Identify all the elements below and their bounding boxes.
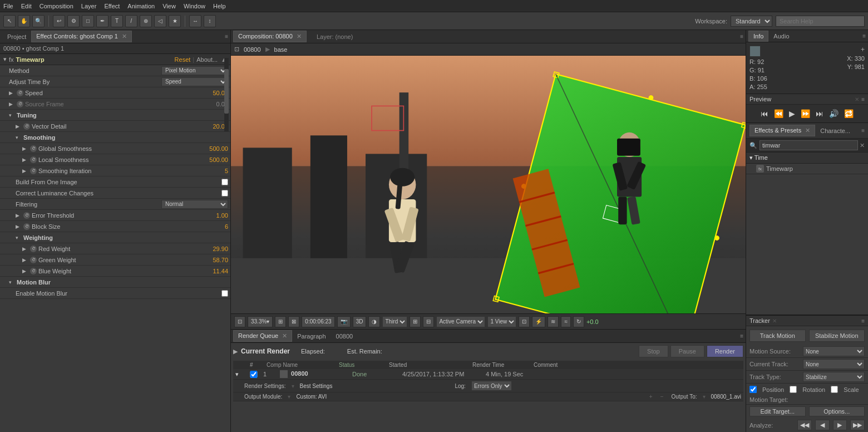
render-settings-val[interactable]: Best Settings bbox=[300, 383, 333, 389]
analyze-back-button[interactable]: ◀◀ bbox=[797, 420, 812, 430]
enable-motion-blur-checkbox[interactable] bbox=[221, 290, 228, 297]
tab-paragraph[interactable]: Paragraph bbox=[292, 331, 331, 342]
vt-size[interactable]: ⊠ bbox=[288, 316, 299, 327]
tab-effect-controls-close[interactable]: ✕ bbox=[122, 33, 127, 40]
tab-menu-icon[interactable]: ≡ bbox=[225, 33, 228, 40]
blue-weight-stopwatch[interactable]: ⏱ bbox=[30, 268, 37, 274]
local-smoothness-arrow[interactable]: ▶ bbox=[22, 157, 28, 163]
source-frame-stopwatch[interactable]: ⏱ bbox=[17, 101, 23, 107]
block-size-value[interactable]: 6 bbox=[200, 223, 228, 230]
source-frame-arrow[interactable]: ▶ bbox=[9, 101, 14, 107]
analyze-step-back-button[interactable]: ◀ bbox=[815, 420, 830, 430]
row-expand-arrow[interactable]: ▾ bbox=[235, 371, 244, 378]
breadcrumb-root[interactable]: 00800 bbox=[244, 46, 261, 53]
tool-select[interactable]: ↖ bbox=[3, 15, 16, 27]
tuning-arrow[interactable]: ▾ bbox=[9, 112, 14, 118]
green-weight-stopwatch[interactable]: ⏱ bbox=[30, 257, 37, 263]
global-smoothness-stopwatch[interactable]: ⏱ bbox=[30, 145, 37, 152]
smoothing-iteration-arrow[interactable]: ▶ bbox=[22, 168, 28, 174]
green-weight-value[interactable]: 58.70 bbox=[200, 257, 228, 263]
tool-render-settings[interactable]: ⚙ bbox=[67, 15, 80, 27]
menu-composition[interactable]: Composition bbox=[40, 3, 73, 9]
effects-presets-menu[interactable]: ≡ bbox=[861, 127, 865, 134]
comp-menu-icon[interactable]: ≡ bbox=[740, 33, 743, 40]
info-tab-menu[interactable]: ≡ bbox=[862, 33, 866, 39]
motion-source-select[interactable]: None bbox=[803, 346, 865, 356]
block-size-stopwatch[interactable]: ⏱ bbox=[23, 223, 30, 230]
vt-grid[interactable]: ⊞ bbox=[410, 316, 421, 327]
global-smoothness-arrow[interactable]: ▶ bbox=[22, 146, 28, 151]
local-smoothness-stopwatch[interactable]: ⏱ bbox=[30, 156, 37, 163]
edit-target-button[interactable]: Edit Target... bbox=[749, 406, 806, 416]
error-threshold-arrow[interactable]: ▶ bbox=[16, 213, 21, 218]
blue-weight-arrow[interactable]: ▶ bbox=[22, 268, 28, 274]
preview-prev-frame[interactable]: ⏪ bbox=[773, 108, 785, 119]
effect-controls-scroll[interactable]: ▾ fx Timewarp Reset | About... ▲ Method … bbox=[0, 54, 230, 432]
tracker-menu-icon[interactable]: ≡ bbox=[861, 318, 865, 324]
options-button[interactable]: Options... bbox=[809, 406, 865, 416]
tab-composition[interactable]: Composition: 00800 ✕ bbox=[233, 31, 307, 42]
tool-pen[interactable]: ✒ bbox=[96, 15, 108, 27]
scale-checkbox[interactable] bbox=[831, 386, 838, 393]
vt-fast[interactable]: ⚡ bbox=[532, 316, 545, 327]
vt-live-update[interactable]: ↻ bbox=[573, 316, 584, 327]
workspace-select[interactable]: Standard bbox=[731, 16, 772, 27]
output-module-arrow[interactable]: ▾ bbox=[288, 394, 290, 400]
red-weight-arrow[interactable]: ▶ bbox=[22, 246, 28, 252]
vt-frame-blend[interactable]: ≈ bbox=[561, 316, 571, 327]
effects-search-input[interactable] bbox=[760, 140, 858, 150]
menu-window[interactable]: Window bbox=[184, 3, 205, 9]
effects-search-clear[interactable]: ✕ bbox=[860, 142, 865, 149]
red-weight-value[interactable]: 29.90 bbox=[200, 246, 228, 252]
track-motion-button[interactable]: Track Motion bbox=[749, 330, 806, 342]
tool-eraser[interactable]: ◁ bbox=[154, 15, 166, 27]
output-remove-btn[interactable]: − bbox=[660, 394, 664, 400]
comp-tab-close[interactable]: ✕ bbox=[297, 33, 302, 40]
menu-effect[interactable]: Effect bbox=[104, 3, 120, 9]
tracker-close-icon[interactable]: ✕ bbox=[772, 318, 777, 324]
effect-collapse-arrow[interactable]: ▾ bbox=[3, 56, 7, 63]
track-type-select[interactable]: Stabilize bbox=[803, 372, 865, 382]
output-module-val[interactable]: Custom: AVI bbox=[296, 394, 327, 400]
tab-00800[interactable]: 00800 bbox=[331, 331, 358, 342]
vector-detail-stopwatch[interactable]: ⏱ bbox=[23, 123, 30, 130]
log-select[interactable]: Errors Only bbox=[471, 381, 512, 391]
tab-audio[interactable]: Audio bbox=[768, 31, 794, 42]
weighting-arrow[interactable]: ▾ bbox=[16, 235, 21, 240]
render-row-1[interactable]: ▾ 1 00800 Done 4/25/2017, 1:13:32 PM 4 M… bbox=[233, 369, 743, 380]
render-settings-arrow[interactable]: ▾ bbox=[292, 383, 294, 389]
output-to-val[interactable]: 00800_1.avi bbox=[711, 394, 742, 400]
vt-color[interactable]: ◑ bbox=[368, 316, 380, 327]
green-weight-arrow[interactable]: ▶ bbox=[22, 257, 28, 263]
vt-thumbnail[interactable]: ⊡ bbox=[234, 316, 245, 327]
composition-viewport[interactable] bbox=[231, 56, 746, 313]
vt-timecode[interactable]: 0:00:06:23 bbox=[302, 316, 334, 327]
preview-skip-end[interactable]: ⏭ bbox=[815, 108, 825, 119]
tool-brush[interactable]: / bbox=[125, 15, 137, 27]
search-input[interactable] bbox=[776, 16, 865, 27]
vector-detail-arrow[interactable]: ▶ bbox=[16, 124, 21, 129]
smoothing-iteration-stopwatch[interactable]: ⏱ bbox=[30, 168, 37, 174]
menu-edit[interactable]: Edit bbox=[21, 3, 32, 9]
vt-camera[interactable]: 📷 bbox=[337, 316, 351, 327]
tool-extra1[interactable]: ↔ bbox=[189, 15, 201, 27]
vt-zoom[interactable]: 33.3% ▾ bbox=[248, 316, 273, 327]
block-size-arrow[interactable]: ▶ bbox=[16, 224, 21, 229]
motion-blur-arrow[interactable]: ▾ bbox=[9, 279, 14, 285]
stabilize-motion-button[interactable]: Stabilize Motion bbox=[809, 330, 865, 342]
preview-menu-icon[interactable]: ≡ bbox=[861, 96, 865, 102]
effects-timewarp-item[interactable]: fx Timewarp bbox=[746, 164, 868, 174]
stop-button[interactable]: Stop bbox=[639, 345, 668, 357]
current-render-arrow[interactable]: ▶ bbox=[233, 348, 238, 355]
vt-numviews-select[interactable]: 1 View bbox=[487, 316, 516, 327]
output-add-btn[interactable]: + bbox=[649, 394, 653, 400]
row-checkbox[interactable] bbox=[250, 371, 258, 378]
filtering-select[interactable]: Normal bbox=[161, 200, 228, 209]
tool-zoom[interactable]: 🔍 bbox=[32, 15, 45, 27]
preview-close-icon[interactable]: ✕ bbox=[855, 96, 859, 102]
output-to-arrow[interactable]: ▾ bbox=[703, 394, 706, 400]
speed-stopwatch[interactable]: ⏱ bbox=[17, 90, 23, 96]
preview-play[interactable]: ▶ bbox=[788, 108, 796, 119]
tool-extra2[interactable]: ↕ bbox=[204, 15, 216, 27]
local-smoothness-value[interactable]: 500.00 bbox=[200, 156, 228, 163]
